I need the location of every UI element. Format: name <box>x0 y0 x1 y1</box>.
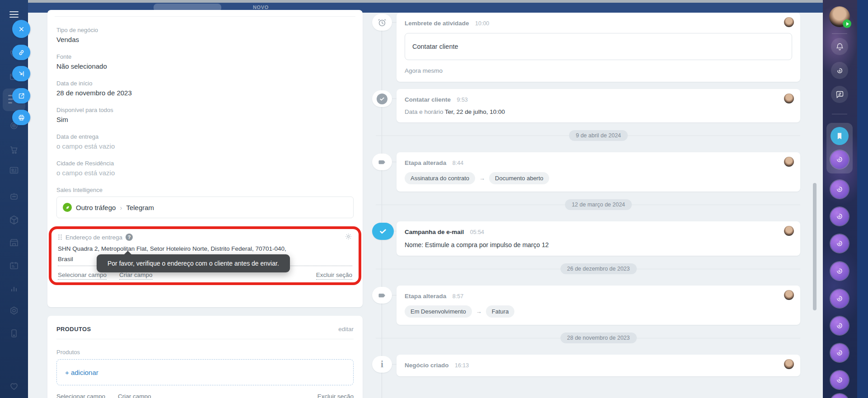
field-disponivel-para-todos[interactable]: Disponível para todos Sim <box>56 107 354 123</box>
ai-copilot-icon[interactable] <box>831 371 849 389</box>
delete-section-link[interactable]: Excluir seção <box>316 272 352 280</box>
user-avatar[interactable] <box>829 6 850 27</box>
field-value: Vendas <box>56 36 354 43</box>
date-separator: 28 de novembro de 2023 <box>397 332 800 344</box>
pipeline-stage-label: NOVO <box>253 5 269 10</box>
select-field-link[interactable]: Selecionar campo <box>58 272 107 280</box>
panel-divider <box>55 16 355 17</box>
select-field-link[interactable]: Selecionar campo <box>56 393 105 398</box>
help-icon[interactable]: ? <box>126 234 133 241</box>
menu-icon[interactable] <box>9 11 19 18</box>
field-label: Fonte <box>56 53 354 60</box>
ai-copilot-icon[interactable] <box>831 290 849 308</box>
products-title: PRODUTOS <box>56 326 91 332</box>
timeline-event-campanha-de-e-mail: Campanha de e-mail 05:54 Nome: Estimule … <box>397 221 800 256</box>
ai-copilot-icon[interactable] <box>831 262 849 280</box>
edit-products-link[interactable]: editar <box>338 326 354 332</box>
lead-details-panel: Tipo de negócio Vendas Fonte Não selecio… <box>47 10 363 307</box>
date-label: 12 de março de 2024 <box>565 199 632 210</box>
info-icon: i <box>372 356 392 373</box>
field-data-de-entrega[interactable]: Data de entrega o campo está vazio <box>56 133 354 150</box>
avatar <box>784 17 794 27</box>
timestamp-link[interactable]: Agora mesmo <box>405 67 443 74</box>
close-button[interactable] <box>12 20 30 38</box>
create-field-link[interactable]: Criar campo <box>118 393 151 398</box>
sidebar-item-bot-icon[interactable] <box>9 191 19 202</box>
field-fonte[interactable]: Fonte Não selecionado <box>56 53 354 70</box>
date-separator: 12 de março de 2024 <box>397 199 800 211</box>
online-play-badge <box>843 19 851 28</box>
create-field-link[interactable]: Criar campo <box>119 272 153 280</box>
sidebar-item-package-icon[interactable] <box>9 215 19 225</box>
ai-copilot-icon[interactable] <box>831 150 849 169</box>
avatar <box>784 359 794 369</box>
event-title: Campanha de e-mail <box>405 229 464 235</box>
chat-arrows-icon[interactable] <box>831 86 848 103</box>
field-value: Não selecionado <box>56 62 354 70</box>
event-time: 8:44 <box>453 160 463 166</box>
arrow-right-icon: → <box>479 175 485 182</box>
delivery-section-header: Endereço de entrega ? <box>58 233 352 242</box>
copy-link-button[interactable] <box>12 45 30 60</box>
ai-copilot-icon[interactable] <box>831 317 849 335</box>
field-tipo-de-negocio[interactable]: Tipo de negócio Vendas <box>56 27 354 43</box>
timeline-event-lembrete-de-atividade: Lembrete de atividade 10:00 Contatar cli… <box>397 13 800 82</box>
products-field-label: Produtos <box>56 349 354 356</box>
timeline-event-contatar-cliente: Contatar cliente 9:53 Data e horário Ter… <box>397 89 800 122</box>
import-button[interactable] <box>12 66 30 81</box>
panel-divider <box>56 339 354 339</box>
event-title: Contatar cliente <box>405 96 451 103</box>
address-verification-tooltip: Por favor, verifique o endereço com o cl… <box>97 254 290 272</box>
date-label: 28 de novembro de 2023 <box>560 332 637 343</box>
open-external-button[interactable] <box>12 88 30 103</box>
ai-copilot-icon[interactable] <box>831 394 849 398</box>
ai-copilot-icon[interactable] <box>831 180 849 198</box>
add-product-field[interactable]: + adicionar <box>56 359 354 385</box>
sidebar-item-calendar-icon[interactable] <box>9 260 19 271</box>
drag-handle-icon[interactable] <box>58 234 62 240</box>
sales-intelligence-field[interactable]: Outro tráfego › Telegram <box>56 197 354 218</box>
add-product-link[interactable]: + adicionar <box>65 369 98 376</box>
field-label: Disponível para todos <box>56 107 354 113</box>
stage-transition: Assinatura do contrato → Documento abert… <box>405 172 792 184</box>
sidebar-item-store-icon[interactable] <box>9 237 19 248</box>
print-button[interactable] <box>12 110 30 125</box>
task-note-box[interactable]: Contatar cliente <box>405 33 792 60</box>
email-sent-check-icon <box>372 223 394 240</box>
field-cidade-de-residencia[interactable]: Cidade de Residência o campo está vazio <box>56 160 354 177</box>
field-label: Data de entrega <box>56 133 354 140</box>
sidebar-item-cart-icon[interactable] <box>9 145 19 155</box>
feed-scrollbar[interactable] <box>813 183 817 310</box>
stage-change-icon <box>372 154 392 170</box>
avatar <box>784 226 794 236</box>
field-label: Cidade de Residência <box>56 160 354 167</box>
field-value: 28 de novembro de 2023 <box>56 89 354 97</box>
field-value: Sim <box>56 116 354 123</box>
traffic-source: Outro tráfego <box>76 204 116 211</box>
event-title: Lembrete de atividade <box>405 20 469 27</box>
ai-copilot-icon[interactable] <box>831 207 849 225</box>
stage-to-badge: Fatura <box>486 305 515 318</box>
ai-copilot-icon[interactable] <box>831 62 848 79</box>
delivery-address-label: Endereço de entrega <box>65 234 122 241</box>
alarm-clock-icon <box>372 14 392 31</box>
bell-icon[interactable] <box>831 38 848 55</box>
sidebar-item-mobile-icon[interactable] <box>9 328 19 339</box>
timeline-event-negocio-criado: i Negócio criado 16:13 <box>397 355 800 376</box>
sidebar-item-stats-icon[interactable] <box>9 283 19 294</box>
delete-section-link[interactable]: Excluir seção <box>317 393 354 398</box>
gear-icon[interactable] <box>345 233 352 242</box>
timeline-event-etapa-alterada: Etapa alterada 8:44 Assinatura do contra… <box>397 152 800 192</box>
bookmark-icon[interactable] <box>831 127 849 145</box>
divider <box>832 114 847 114</box>
ai-copilot-icon[interactable] <box>831 344 849 362</box>
sidebar-item-heart-icon[interactable] <box>9 381 19 392</box>
ai-copilot-icon[interactable] <box>831 234 849 253</box>
sidebar-item-contact-card-icon[interactable] <box>9 165 19 176</box>
event-body-text: Nome: Estimule a compra por impulso de m… <box>405 241 792 248</box>
avatar <box>784 94 794 103</box>
sales-intelligence-label: Sales Intelligence <box>56 187 354 193</box>
event-time: 10:00 <box>475 20 489 27</box>
sidebar-item-settings-icon[interactable] <box>9 305 19 316</box>
field-data-de-inicio[interactable]: Data de início 28 de novembro de 2023 <box>56 80 354 97</box>
